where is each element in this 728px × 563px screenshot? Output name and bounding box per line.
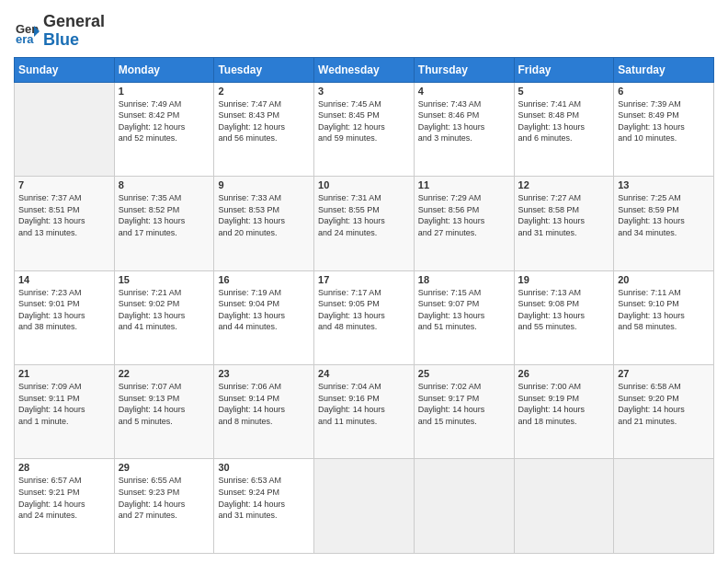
day-info: Sunrise: 7:33 AM Sunset: 8:53 PM Dayligh…: [218, 192, 310, 238]
svg-text:era: era: [16, 32, 34, 44]
day-info: Sunrise: 7:45 AM Sunset: 8:45 PM Dayligh…: [318, 98, 410, 144]
day-number: 5: [518, 86, 610, 97]
day-info: Sunrise: 7:41 AM Sunset: 8:48 PM Dayligh…: [518, 98, 610, 144]
calendar-cell: 21Sunrise: 7:09 AM Sunset: 9:11 PM Dayli…: [15, 365, 115, 459]
calendar-cell: [614, 459, 714, 554]
calendar-cell: 25Sunrise: 7:02 AM Sunset: 9:17 PM Dayli…: [414, 365, 514, 459]
day-number: 28: [18, 462, 110, 473]
day-number: 30: [218, 462, 310, 473]
calendar-cell: 24Sunrise: 7:04 AM Sunset: 9:16 PM Dayli…: [314, 365, 415, 459]
calendar-cell: 18Sunrise: 7:15 AM Sunset: 9:07 PM Dayli…: [414, 270, 514, 364]
day-info: Sunrise: 7:02 AM Sunset: 9:17 PM Dayligh…: [418, 381, 510, 427]
calendar-cell: [15, 82, 115, 176]
calendar-cell: [414, 459, 514, 554]
calendar-cell: 17Sunrise: 7:17 AM Sunset: 9:05 PM Dayli…: [314, 270, 415, 364]
calendar-week-5: 28Sunrise: 6:57 AM Sunset: 9:21 PM Dayli…: [15, 459, 714, 554]
calendar-header-wednesday: Wednesday: [314, 57, 415, 82]
day-info: Sunrise: 6:58 AM Sunset: 9:20 PM Dayligh…: [618, 381, 710, 427]
calendar-cell: [514, 459, 614, 554]
calendar-cell: 20Sunrise: 7:11 AM Sunset: 9:10 PM Dayli…: [614, 270, 714, 364]
logo-text: General Blue: [43, 13, 105, 50]
calendar-header-tuesday: Tuesday: [214, 57, 314, 82]
logo-general: General: [43, 12, 105, 30]
logo-icon: Gen era: [14, 18, 40, 44]
page: Gen era General Blue SundayMondayTuesday…: [0, 0, 728, 563]
day-number: 1: [119, 86, 210, 97]
calendar-cell: 1Sunrise: 7:49 AM Sunset: 8:42 PM Daylig…: [114, 82, 214, 176]
day-info: Sunrise: 7:11 AM Sunset: 9:10 PM Dayligh…: [618, 287, 710, 333]
day-number: 9: [218, 179, 310, 190]
day-number: 2: [218, 86, 310, 97]
day-number: 13: [618, 179, 710, 190]
day-info: Sunrise: 7:25 AM Sunset: 8:59 PM Dayligh…: [618, 192, 710, 238]
day-info: Sunrise: 7:04 AM Sunset: 9:16 PM Dayligh…: [318, 381, 410, 427]
calendar-cell: 23Sunrise: 7:06 AM Sunset: 9:14 PM Dayli…: [214, 365, 314, 459]
day-number: 16: [218, 274, 310, 285]
calendar-week-4: 21Sunrise: 7:09 AM Sunset: 9:11 PM Dayli…: [15, 365, 714, 459]
day-info: Sunrise: 7:37 AM Sunset: 8:51 PM Dayligh…: [18, 192, 110, 238]
header: Gen era General Blue: [14, 9, 714, 50]
calendar-week-3: 14Sunrise: 7:23 AM Sunset: 9:01 PM Dayli…: [15, 270, 714, 364]
calendar-week-1: 1Sunrise: 7:49 AM Sunset: 8:42 PM Daylig…: [15, 82, 714, 176]
calendar-header-row: SundayMondayTuesdayWednesdayThursdayFrid…: [15, 57, 714, 82]
day-number: 17: [318, 274, 410, 285]
calendar-header-sunday: Sunday: [15, 57, 115, 82]
day-info: Sunrise: 7:27 AM Sunset: 8:58 PM Dayligh…: [518, 192, 610, 238]
calendar-cell: 26Sunrise: 7:00 AM Sunset: 9:19 PM Dayli…: [514, 365, 614, 459]
calendar-cell: 3Sunrise: 7:45 AM Sunset: 8:45 PM Daylig…: [314, 82, 415, 176]
calendar-week-2: 7Sunrise: 7:37 AM Sunset: 8:51 PM Daylig…: [15, 177, 714, 270]
day-number: 18: [418, 274, 510, 285]
day-info: Sunrise: 7:23 AM Sunset: 9:01 PM Dayligh…: [18, 287, 110, 333]
calendar-cell: 5Sunrise: 7:41 AM Sunset: 8:48 PM Daylig…: [514, 82, 614, 176]
calendar-cell: 2Sunrise: 7:47 AM Sunset: 8:43 PM Daylig…: [214, 82, 314, 176]
day-number: 6: [618, 86, 710, 97]
calendar-cell: 22Sunrise: 7:07 AM Sunset: 9:13 PM Dayli…: [114, 365, 214, 459]
day-number: 15: [119, 274, 210, 285]
day-number: 29: [119, 462, 210, 473]
day-info: Sunrise: 7:29 AM Sunset: 8:56 PM Dayligh…: [418, 192, 510, 238]
day-number: 26: [518, 368, 610, 379]
day-info: Sunrise: 7:39 AM Sunset: 8:49 PM Dayligh…: [618, 98, 710, 144]
day-number: 8: [119, 179, 210, 190]
day-number: 20: [618, 274, 710, 285]
day-number: 3: [318, 86, 410, 97]
day-number: 4: [418, 86, 510, 97]
logo: Gen era General Blue: [14, 13, 105, 50]
calendar-table: SundayMondayTuesdayWednesdayThursdayFrid…: [14, 57, 714, 554]
calendar-header-saturday: Saturday: [614, 57, 714, 82]
day-info: Sunrise: 7:43 AM Sunset: 8:46 PM Dayligh…: [418, 98, 510, 144]
day-number: 12: [518, 179, 610, 190]
day-number: 10: [318, 179, 410, 190]
day-info: Sunrise: 7:49 AM Sunset: 8:42 PM Dayligh…: [119, 98, 210, 144]
calendar-cell: 14Sunrise: 7:23 AM Sunset: 9:01 PM Dayli…: [15, 270, 115, 364]
day-number: 14: [18, 274, 110, 285]
calendar-cell: 11Sunrise: 7:29 AM Sunset: 8:56 PM Dayli…: [414, 177, 514, 270]
logo-blue: Blue: [43, 30, 79, 49]
day-info: Sunrise: 7:17 AM Sunset: 9:05 PM Dayligh…: [318, 287, 410, 333]
calendar-header-thursday: Thursday: [414, 57, 514, 82]
calendar-cell: 12Sunrise: 7:27 AM Sunset: 8:58 PM Dayli…: [514, 177, 614, 270]
day-number: 23: [218, 368, 310, 379]
day-info: Sunrise: 6:55 AM Sunset: 9:23 PM Dayligh…: [119, 475, 210, 521]
calendar-cell: [314, 459, 415, 554]
day-number: 22: [119, 368, 210, 379]
day-info: Sunrise: 7:00 AM Sunset: 9:19 PM Dayligh…: [518, 381, 610, 427]
day-info: Sunrise: 7:31 AM Sunset: 8:55 PM Dayligh…: [318, 192, 410, 238]
calendar-cell: 4Sunrise: 7:43 AM Sunset: 8:46 PM Daylig…: [414, 82, 514, 176]
day-number: 25: [418, 368, 510, 379]
calendar-cell: 9Sunrise: 7:33 AM Sunset: 8:53 PM Daylig…: [214, 177, 314, 270]
day-number: 11: [418, 179, 510, 190]
calendar-header-monday: Monday: [114, 57, 214, 82]
day-number: 24: [318, 368, 410, 379]
day-info: Sunrise: 7:09 AM Sunset: 9:11 PM Dayligh…: [18, 381, 110, 427]
day-info: Sunrise: 7:21 AM Sunset: 9:02 PM Dayligh…: [119, 287, 210, 333]
calendar-cell: 28Sunrise: 6:57 AM Sunset: 9:21 PM Dayli…: [15, 459, 115, 554]
day-info: Sunrise: 6:53 AM Sunset: 9:24 PM Dayligh…: [218, 475, 310, 521]
calendar-cell: 29Sunrise: 6:55 AM Sunset: 9:23 PM Dayli…: [114, 459, 214, 554]
day-info: Sunrise: 7:35 AM Sunset: 8:52 PM Dayligh…: [119, 192, 210, 238]
day-number: 21: [18, 368, 110, 379]
day-info: Sunrise: 6:57 AM Sunset: 9:21 PM Dayligh…: [18, 475, 110, 521]
calendar-cell: 15Sunrise: 7:21 AM Sunset: 9:02 PM Dayli…: [114, 270, 214, 364]
calendar-cell: 10Sunrise: 7:31 AM Sunset: 8:55 PM Dayli…: [314, 177, 415, 270]
calendar-cell: 19Sunrise: 7:13 AM Sunset: 9:08 PM Dayli…: [514, 270, 614, 364]
